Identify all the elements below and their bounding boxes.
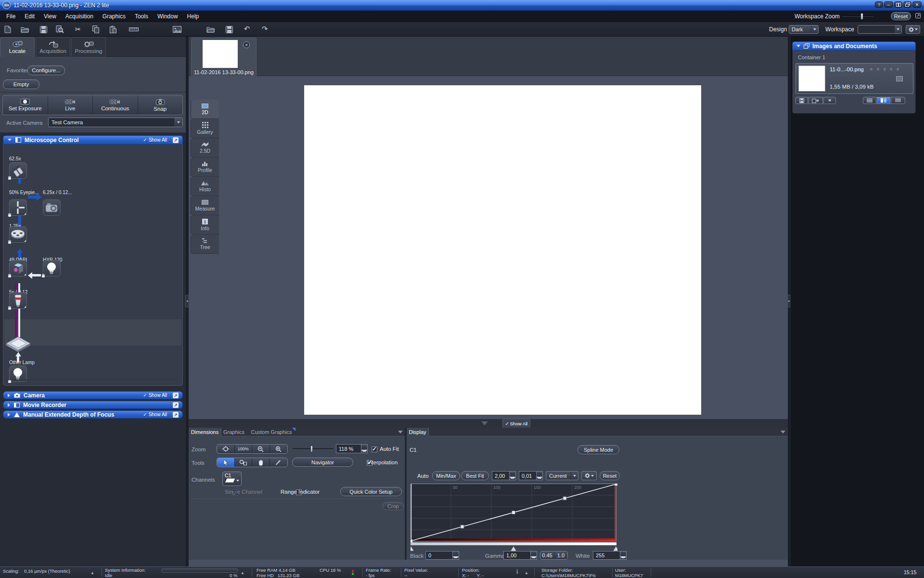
eyepiece-node[interactable]	[9, 162, 27, 179]
beam-splitter-node[interactable]	[9, 199, 27, 216]
open-image-icon[interactable]	[206, 25, 216, 34]
zoom-100-button[interactable]: 100%	[235, 445, 253, 453]
zoom-percent-spinner[interactable]: 118 %	[336, 444, 368, 453]
auto-fit-checkbox[interactable]	[372, 447, 377, 452]
zoom-out-button[interactable]	[252, 445, 270, 453]
spin-up[interactable]	[620, 552, 626, 556]
view-tab-2d[interactable]: 2D	[191, 100, 219, 119]
continuous-button[interactable]: Continuous	[93, 95, 138, 115]
display-settings-dropdown[interactable]	[581, 471, 597, 480]
item-checkbox[interactable]	[896, 76, 903, 81]
image-list-item[interactable]: 11-0...-00.png ★ ★ ★ ★ ★ 1,55 MB / 3,09 …	[796, 63, 913, 94]
annotate-tool-button[interactable]	[270, 458, 287, 467]
hxp-lamp-node[interactable]	[43, 260, 61, 276]
histogram-curve-editor[interactable]: 50 100 150 200	[411, 484, 617, 551]
save-image-icon[interactable]	[224, 25, 234, 34]
undock-icon[interactable]: ↗	[173, 402, 179, 408]
quick-color-setup-button[interactable]: Quick Color Setup	[340, 487, 402, 496]
spin-down[interactable]	[620, 556, 626, 560]
view-tab-histo[interactable]: Histo	[191, 177, 219, 196]
tab-processing[interactable]: Processing	[71, 37, 106, 57]
zoom-region-tool-button[interactable]	[235, 458, 253, 467]
restore-button[interactable]	[903, 1, 911, 8]
undock-icon[interactable]: ↗	[173, 412, 179, 418]
spin-up[interactable]	[453, 552, 459, 556]
active-camera-dropdown[interactable]: Test Camera	[48, 118, 183, 127]
workspace-dropdown[interactable]	[858, 25, 902, 34]
manual-edf-section-header[interactable]: Manual Extended Depth of Focus ✓ Show Al…	[3, 410, 183, 419]
set-exposure-button[interactable]: Set Exposure	[3, 95, 48, 115]
undock-icon[interactable]: ↗	[173, 137, 179, 143]
objective-node[interactable]	[9, 292, 27, 309]
tab-locate[interactable]: Locate	[0, 37, 35, 57]
workspace-zoom-slider[interactable]	[843, 16, 873, 17]
collapse-arrow-icon[interactable]	[8, 139, 12, 141]
spin-down[interactable]	[361, 449, 367, 453]
save-item-button[interactable]	[796, 97, 808, 104]
menu-window[interactable]: Window	[153, 12, 182, 21]
redo-icon[interactable]: ↷	[260, 24, 270, 34]
black-spinner[interactable]: 0	[425, 551, 459, 560]
crop-button[interactable]: Crop	[383, 502, 404, 510]
open-file-icon[interactable]	[20, 25, 30, 34]
minmax-button[interactable]: Min/Max	[432, 471, 460, 480]
image-icon[interactable]	[172, 25, 182, 34]
ruler-icon[interactable]	[129, 25, 139, 34]
bestfit-button[interactable]: Best Fit	[461, 471, 489, 480]
view-tab-info[interactable]: i Info	[191, 215, 219, 235]
manual-edf-show-all[interactable]: ✓ Show All	[143, 412, 167, 417]
menu-acquisition[interactable]: Acquisition	[61, 12, 98, 21]
preview-icon[interactable]	[55, 25, 64, 34]
dimensions-tab[interactable]: Dimensions	[189, 428, 221, 436]
spin-up[interactable]	[537, 472, 542, 476]
spin-down[interactable]	[531, 556, 537, 560]
pin-icon[interactable]	[915, 13, 921, 19]
pan-tool-button[interactable]	[252, 458, 270, 467]
navigator-button[interactable]: Navigator	[292, 458, 353, 467]
bestfit-high-spinner[interactable]: 0,01	[519, 471, 543, 480]
movie-recorder-section-header[interactable]: Movie Recorder ↗	[3, 401, 183, 409]
menu-tools[interactable]: Tools	[130, 12, 153, 21]
display-tab[interactable]: Display	[407, 428, 429, 436]
spin-down[interactable]	[453, 556, 459, 560]
graphics-tab[interactable]: Graphics	[222, 428, 246, 436]
view-compact-button[interactable]	[891, 97, 905, 104]
document-tab[interactable]: ✕ 11-02-2016 13-33-00.png	[191, 38, 257, 76]
snap-button[interactable]: Snap	[138, 95, 183, 115]
undo-icon[interactable]: ↶	[242, 24, 252, 34]
info-expand-icon[interactable]: ▲	[525, 571, 528, 575]
view-list-button[interactable]	[863, 97, 876, 104]
menu-file[interactable]: File	[2, 12, 20, 21]
mode-dropdown[interactable]: Current	[546, 471, 578, 480]
close-document-icon[interactable]: ✕	[243, 41, 250, 48]
scaling-expand-icon[interactable]: ▲	[90, 571, 94, 575]
new-document-icon[interactable]	[3, 25, 13, 34]
menu-graphics[interactable]: Graphics	[98, 12, 130, 21]
export-item-button[interactable]	[808, 97, 823, 104]
gamma-045-button[interactable]: 0.45	[540, 552, 554, 559]
spin-up[interactable]	[531, 552, 537, 556]
custom-graphics-tab[interactable]: Custom Graphics	[247, 428, 295, 436]
filter-cube-node[interactable]	[9, 260, 27, 276]
panes-button[interactable]	[894, 1, 902, 8]
white-spinner[interactable]: 255	[593, 551, 627, 560]
display-tabbar-dropdown-icon[interactable]	[781, 431, 785, 434]
view-tab-25d[interactable]: 2.5D	[191, 138, 219, 158]
view-tab-measure[interactable]: Measure	[191, 196, 219, 215]
live-button[interactable]: Live	[48, 95, 93, 115]
camera-section-header[interactable]: Camera ✓ Show All ↗	[3, 391, 183, 399]
view-tab-gallery[interactable]: Gallery	[191, 119, 219, 138]
empty-button[interactable]: Empty	[3, 79, 39, 89]
paste-icon[interactable]	[108, 25, 118, 34]
spline-mode-button[interactable]: Spline Mode	[578, 445, 619, 454]
help-window-button[interactable]: ?	[875, 1, 883, 8]
undock-icon[interactable]: ↗	[173, 393, 179, 398]
view-tab-tree[interactable]: Tree	[191, 235, 219, 254]
progress-expand-icon[interactable]: ▲	[241, 571, 244, 575]
pointer-tool-button[interactable]	[217, 458, 235, 467]
stage-node[interactable]	[5, 335, 31, 353]
zoom-in-button[interactable]	[270, 445, 287, 453]
tab-acquisition[interactable]: Acquisition	[36, 37, 70, 57]
zoom-fit-button[interactable]	[217, 445, 235, 453]
dimensions-tabbar-dropdown-icon[interactable]	[398, 431, 403, 434]
